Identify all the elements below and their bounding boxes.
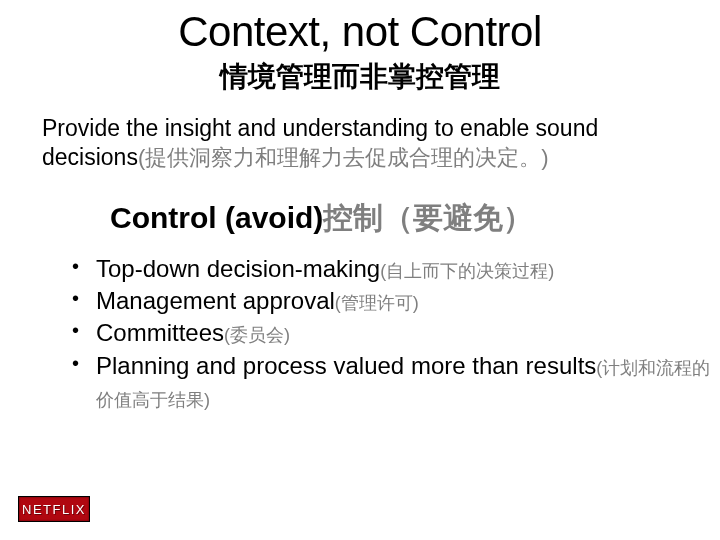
- netflix-logo-text: NETFLIX: [22, 502, 86, 517]
- slide-title-en: Context, not Control: [0, 8, 720, 56]
- list-item: Planning and process valued more than re…: [72, 350, 720, 415]
- slide-title-zh: 情境管理而非掌控管理: [0, 58, 720, 96]
- netflix-logo: NETFLIX: [18, 496, 90, 522]
- slide: Context, not Control 情境管理而非掌控管理 Provide …: [0, 8, 720, 414]
- list-item: Management approval(管理许可): [72, 285, 720, 317]
- section-heading: Control (avoid)控制（要避免）: [110, 198, 720, 239]
- slide-subtitle: Provide the insight and understanding to…: [42, 114, 690, 172]
- bullet-en: Planning and process valued more than re…: [96, 352, 596, 379]
- bullet-zh: (自上而下的决策过程): [380, 261, 554, 281]
- section-en: Control (avoid): [110, 201, 323, 234]
- bullet-en: Top-down decision-making: [96, 255, 380, 282]
- list-item: Committees(委员会): [72, 317, 720, 349]
- bullet-zh: (委员会): [224, 325, 290, 345]
- bullet-zh: (管理许可): [335, 293, 419, 313]
- section-zh: 控制（要避免）: [323, 201, 533, 234]
- bullet-list: Top-down decision-making(自上而下的决策过程) Mana…: [72, 253, 720, 415]
- subtitle-zh: (提供洞察力和理解力去促成合理的决定。): [138, 145, 549, 170]
- bullet-en: Committees: [96, 319, 224, 346]
- list-item: Top-down decision-making(自上而下的决策过程): [72, 253, 720, 285]
- bullet-en: Management approval: [96, 287, 335, 314]
